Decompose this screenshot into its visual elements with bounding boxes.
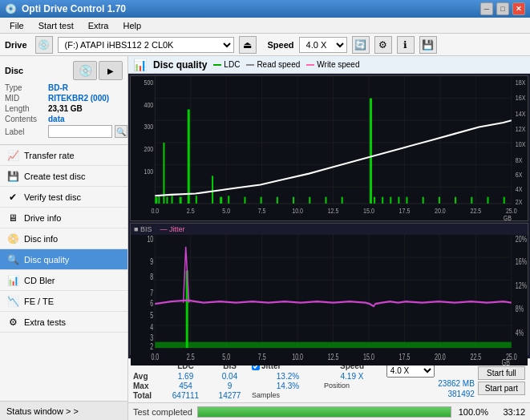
stats-samples-value: 381492 [447,390,474,398]
svg-text:GB: GB [504,213,512,220]
svg-rect-48 [172,196,173,204]
stats-samples-label: Samples [252,391,324,400]
svg-rect-73 [504,197,505,204]
svg-text:6X: 6X [516,170,523,179]
nav-disc-info-label: Disc info [24,234,58,244]
svg-rect-52 [212,176,213,204]
svg-rect-63 [374,197,375,204]
create-test-disc-icon: 💾 [6,170,19,183]
disc-mid-row: MID RITEKBR2 (000) [5,94,123,103]
svg-rect-64 [382,197,383,204]
stats-position-label: Position [324,382,380,390]
save-button[interactable]: 💾 [419,36,437,54]
stats-position-value: 23862 MB [438,379,475,388]
nav-drive-info[interactable]: 🖥 Drive info [0,208,127,228]
jitter-legend-label: — Jitter [160,225,184,233]
start-full-button[interactable]: Start full [478,366,525,380]
progress-bar [197,406,451,418]
disc-label-input[interactable] [48,125,112,138]
svg-text:10.0: 10.0 [292,352,303,361]
bottom-chart-svg: 10 9 8 7 6 5 4 3 2 20% 16% 12% 8% 4% 0 [131,235,528,365]
nav-disc-quality[interactable]: 🔍 Disc quality [0,249,127,270]
stats-total-row: Total 647111 14277 Samples [133,391,383,400]
stats-max-jitter: 14.3% [252,382,324,390]
charts-area: 500 400 300 200 100 18X 16X 14X 12X 10X … [128,74,530,358]
menu-start-test[interactable]: Start test [32,19,80,32]
start-part-button[interactable]: Start part [478,382,525,395]
disc-label-input-group: 🔍 [48,125,127,138]
progress-bar-fill [198,407,451,417]
stats-avg-ldc: 1.69 [164,372,208,381]
disc-icon2: ▶ [99,61,123,80]
nav-create-test-disc[interactable]: 💾 Create test disc [0,166,127,187]
nav-create-test-disc-label: Create test disc [24,172,85,181]
disc-mid-value: RITEKBR2 (000) [48,94,109,103]
svg-rect-57 [277,197,278,204]
svg-text:500: 500 [144,78,153,87]
svg-text:12.5: 12.5 [328,352,339,361]
svg-text:17.5: 17.5 [399,206,411,215]
svg-text:4X: 4X [516,184,523,193]
legend-write-label: Write speed [317,60,359,69]
nav-cd-bler[interactable]: 📊 CD Bler [0,270,127,291]
svg-text:14X: 14X [516,109,526,118]
stats-avg-jitter: 13.2% [252,372,324,381]
eject-button[interactable]: ⏏ [239,36,257,54]
nav-transfer-rate[interactable]: 📈 Transfer rate [0,145,127,166]
minimize-button[interactable]: ─ [480,2,493,15]
nav-extra-tests[interactable]: ⚙ Extra tests [0,312,127,333]
progress-area: Test completed 100.0% 33:12 [128,402,530,420]
svg-text:7.5: 7.5 [258,206,266,215]
svg-rect-51 [196,196,197,204]
stats-main: LDC BIS Jitter Speed Avg 1.69 0.04 13.2% [133,361,525,400]
menu-file[interactable]: File [3,19,30,32]
nav-fe-te[interactable]: 📉 FE / TE [0,291,127,312]
speed-label: Speed [268,40,294,50]
svg-rect-72 [487,197,488,204]
disc-label-label: Label [5,127,48,136]
menu-extra[interactable]: Extra [82,19,115,32]
svg-text:20.0: 20.0 [435,352,446,361]
nav-verify-test-disc-label: Verify test disc [24,192,81,202]
nav-verify-test-disc[interactable]: ✔ Verify test disc [0,187,127,208]
svg-text:17.5: 17.5 [399,352,411,361]
svg-rect-44 [155,197,157,204]
svg-text:5.0: 5.0 [222,206,230,215]
settings-button[interactable]: ⚙ [374,36,392,54]
svg-text:0.0: 0.0 [151,206,159,215]
close-button[interactable]: ✕ [512,2,525,15]
progress-percent: 100.0% [456,407,488,417]
disc-label-icon-btn[interactable]: 🔍 [115,125,127,138]
disc-section-label: Disc [5,66,23,75]
svg-text:4: 4 [150,322,153,332]
legend-read: Read speed [246,60,300,69]
svg-text:22.5: 22.5 [470,206,481,215]
maximize-button[interactable]: □ [496,2,509,15]
disc-contents-label: Contents [5,115,48,123]
nav-disc-info[interactable]: 📀 Disc info [0,228,127,249]
drive-select[interactable]: (F:) ATAPI iHBS112 2 CL0K [58,37,234,53]
bis-legend-label: ■ BIS [134,225,152,233]
disc-panel: Disc 💿 ▶ Type BD-R MID RITEKBR2 (000) Le… [0,56,127,145]
stats-max-bis: 9 [208,382,252,390]
status-window-button[interactable]: Status window > > [0,401,127,420]
svg-text:200: 200 [144,144,153,153]
info-button[interactable]: ℹ [397,36,415,54]
svg-text:8%: 8% [516,305,524,314]
disc-type-value: BD-R [48,83,68,92]
svg-rect-47 [166,197,168,204]
cd-bler-icon: 📊 [6,274,19,287]
sidebar: Disc 💿 ▶ Type BD-R MID RITEKBR2 (000) Le… [0,56,128,420]
drive-label: Drive [5,40,27,50]
svg-text:0.0: 0.0 [151,352,159,361]
legend-read-label: Read speed [257,60,300,69]
svg-rect-117 [155,341,511,347]
menu-help[interactable]: Help [116,19,148,32]
stats-avg-row: Avg 1.69 0.04 13.2% 4.19 X [133,372,383,381]
refresh-button[interactable]: 🔄 [352,36,370,54]
legend-ldc: LDC [213,60,240,69]
speed-select[interactable]: 4.0 X [299,37,347,53]
nav-fe-te-label: FE / TE [24,297,54,306]
legend-ldc-label: LDC [224,60,240,69]
svg-rect-45 [158,196,160,204]
